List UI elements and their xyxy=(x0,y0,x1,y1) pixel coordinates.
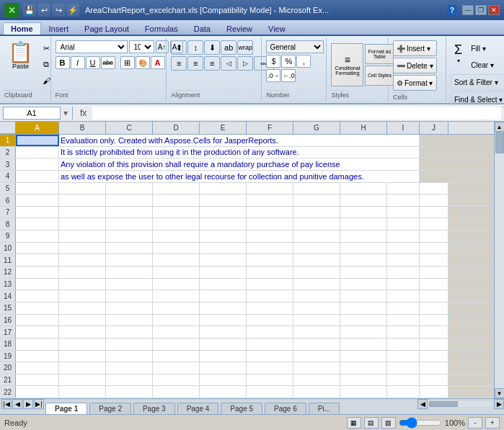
table-row: 13 xyxy=(0,279,494,291)
percent-button[interactable]: % xyxy=(281,55,296,68)
border-button[interactable]: ⊞ xyxy=(120,56,135,69)
increase-decimal-button[interactable]: .0→ xyxy=(266,69,280,82)
qa-undo-button[interactable]: ↩ xyxy=(37,4,50,17)
first-sheet-button[interactable]: |◀ xyxy=(1,399,12,409)
text-angle-button[interactable]: ab xyxy=(221,40,236,55)
cell-b4[interactable]: as well as expose the user to other lega… xyxy=(59,171,420,182)
cell-b2[interactable]: It is strictly prohibited from using it … xyxy=(59,147,420,158)
wrap-text-button[interactable]: wrap xyxy=(237,40,253,55)
sheet-tab-1[interactable]: Page 1 xyxy=(45,403,87,414)
qa-save-button[interactable]: 💾 xyxy=(23,4,36,17)
scroll-right-button[interactable]: ▶ xyxy=(494,399,504,409)
vertical-scrollbar[interactable]: ▲ ▼ xyxy=(494,122,504,398)
name-box[interactable] xyxy=(3,107,61,120)
sheet-tab-6[interactable]: Page 6 xyxy=(265,403,306,414)
h-scroll-thumb[interactable] xyxy=(429,401,458,407)
autosum-button[interactable]: Σ ▾ xyxy=(451,40,466,73)
scroll-thumb[interactable] xyxy=(495,132,504,153)
paste-button[interactable]: 📋 Paste xyxy=(4,40,37,89)
sheet-tab-3[interactable]: Page 3 xyxy=(133,403,175,414)
font-name-select[interactable]: Arial xyxy=(56,40,128,53)
sheet-tab-4[interactable]: Page 4 xyxy=(177,403,219,414)
format-cells-button[interactable]: ⚙Format ▾ xyxy=(393,75,437,91)
cell-b5[interactable] xyxy=(59,183,106,194)
cell-e5[interactable] xyxy=(200,183,247,194)
number-format-select[interactable]: General xyxy=(266,40,324,53)
horizontal-scrollbar[interactable]: ◀ ▶ xyxy=(417,399,504,409)
cell-a4[interactable] xyxy=(16,171,59,182)
cell-d5[interactable] xyxy=(153,183,200,194)
zoom-out-button[interactable]: - xyxy=(468,417,482,429)
cell-a5[interactable] xyxy=(16,183,59,194)
help-icon[interactable]: ? xyxy=(446,4,458,16)
cell-b1[interactable]: Evaluation only. Created with Aspose.Cel… xyxy=(59,135,420,146)
currency-button[interactable]: $ xyxy=(266,55,280,68)
scroll-up-button[interactable]: ▲ xyxy=(495,122,505,132)
align-top-button[interactable]: ⬆ xyxy=(171,40,187,55)
cell-j5[interactable] xyxy=(420,183,448,194)
formula-input[interactable] xyxy=(92,107,501,120)
clipboard-label: Clipboard xyxy=(4,90,32,100)
table-row: 3 Any violation of this provision shall … xyxy=(0,158,494,171)
align-left-button[interactable]: ≡ xyxy=(171,56,187,71)
underline-button[interactable]: U xyxy=(86,56,100,69)
sheet-tab-2[interactable]: Page 2 xyxy=(89,403,131,414)
prev-sheet-button[interactable]: ◀ xyxy=(12,399,22,409)
sheet-tab-7[interactable]: Pi... xyxy=(309,403,340,414)
qa-redo-button[interactable]: ↪ xyxy=(52,4,65,17)
cell-i5[interactable] xyxy=(387,183,420,194)
decrease-decimal-button[interactable]: ←.0 xyxy=(281,69,296,82)
cell-f5[interactable] xyxy=(247,183,293,194)
decrease-indent-button[interactable]: ◁ xyxy=(221,56,236,71)
find-select-button[interactable]: Find & Select ▾ xyxy=(451,91,504,107)
close-button[interactable]: ✕ xyxy=(488,5,500,15)
sheet-tabs: Page 1 Page 2 Page 3 Page 4 Page 5 Page … xyxy=(44,399,417,414)
font-size-select[interactable]: 10 xyxy=(129,40,154,53)
align-middle-button[interactable]: ↕ xyxy=(187,40,203,55)
scroll-down-button[interactable]: ▼ xyxy=(495,388,505,398)
restore-button[interactable]: ❐ xyxy=(475,5,487,15)
insert-cells-button[interactable]: ➕Insert ▾ xyxy=(393,40,437,56)
table-row: 16 xyxy=(0,315,494,327)
zoom-slider[interactable] xyxy=(399,420,442,426)
align-right-button[interactable]: ≡ xyxy=(204,56,220,71)
next-sheet-button[interactable]: ▶ xyxy=(23,399,33,409)
sheet-tab-5[interactable]: Page 5 xyxy=(221,403,262,414)
cell-b3[interactable]: Any violation of this provision shall re… xyxy=(59,158,420,170)
minimize-button[interactable]: — xyxy=(462,5,474,15)
bold-button[interactable]: B xyxy=(56,56,70,69)
cell-a3[interactable] xyxy=(16,158,59,170)
cell-h5[interactable] xyxy=(340,183,387,194)
tab-review[interactable]: Review xyxy=(218,22,260,35)
align-bottom-button[interactable]: ⬇ xyxy=(204,40,220,55)
tab-home[interactable]: Home xyxy=(3,22,41,35)
cell-a2[interactable] xyxy=(16,147,59,158)
fill-button[interactable]: Fill ▾ xyxy=(467,40,498,56)
normal-view-button[interactable]: ▦ xyxy=(347,417,361,429)
tab-data[interactable]: Data xyxy=(186,22,218,35)
tab-view[interactable]: View xyxy=(260,22,293,35)
italic-button[interactable]: I xyxy=(71,56,85,69)
tab-page-layout[interactable]: Page Layout xyxy=(76,22,137,35)
delete-cells-button[interactable]: ➖Delete ▾ xyxy=(393,58,437,73)
cell-g5[interactable] xyxy=(293,183,340,194)
page-break-view-button[interactable]: ▨ xyxy=(381,417,396,429)
last-sheet-button[interactable]: ▶| xyxy=(34,399,44,409)
scroll-left-button[interactable]: ◀ xyxy=(417,399,428,409)
comma-button[interactable]: , xyxy=(296,55,311,68)
zoom-in-button[interactable]: + xyxy=(485,417,500,429)
cell-a1[interactable] xyxy=(16,135,59,146)
tab-formulas[interactable]: Formulas xyxy=(137,22,186,35)
increase-indent-button[interactable]: ▷ xyxy=(237,56,253,71)
fill-color-button[interactable]: 🎨 xyxy=(136,56,150,69)
conditional-formatting-button[interactable]: ≡ ConditionalFormatting xyxy=(331,43,363,86)
tab-insert[interactable]: Insert xyxy=(41,22,77,35)
clear-button[interactable]: Clear ▾ xyxy=(467,57,498,73)
align-center-button[interactable]: ≡ xyxy=(187,56,203,71)
qa-custom-button[interactable]: ⚡ xyxy=(66,4,79,17)
strikethrough-button[interactable]: abc xyxy=(101,56,115,69)
font-color-button[interactable]: A xyxy=(151,56,165,69)
sort-filter-button[interactable]: Sort & Filter ▾ xyxy=(451,74,504,90)
cell-c5[interactable] xyxy=(106,183,153,194)
page-layout-view-button[interactable]: ▤ xyxy=(364,417,379,429)
